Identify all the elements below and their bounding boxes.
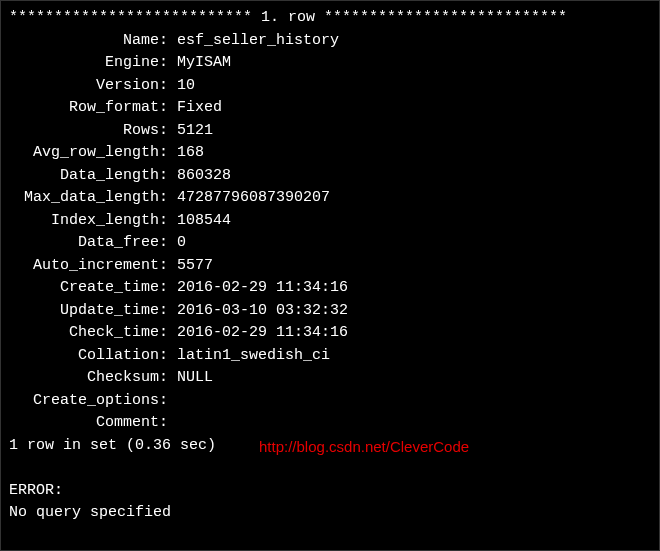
- field-row: Row_format: Fixed: [9, 97, 651, 120]
- field-value: 860328: [177, 167, 231, 184]
- field-value: esf_seller_history: [177, 32, 339, 49]
- field-separator: :: [159, 122, 177, 139]
- field-row: Version: 10: [9, 75, 651, 98]
- field-value: latin1_swedish_ci: [177, 347, 330, 364]
- field-row: Name: esf_seller_history: [9, 30, 651, 53]
- field-row: Avg_row_length: 168: [9, 142, 651, 165]
- field-separator: :: [159, 302, 177, 319]
- error-message: No query specified: [9, 502, 651, 525]
- field-separator: :: [159, 167, 177, 184]
- field-list: Name: esf_seller_historyEngine: MyISAMVe…: [9, 30, 651, 435]
- field-value: 2016-03-10 03:32:32: [177, 302, 348, 319]
- field-row: Checksum: NULL: [9, 367, 651, 390]
- field-value: NULL: [177, 369, 213, 386]
- field-row: Update_time: 2016-03-10 03:32:32: [9, 300, 651, 323]
- field-separator: :: [159, 347, 177, 364]
- field-label: Row_format: [9, 97, 159, 120]
- field-row: Comment:: [9, 412, 651, 435]
- field-label: Update_time: [9, 300, 159, 323]
- field-value: 5577: [177, 257, 213, 274]
- field-row: Create_options:: [9, 390, 651, 413]
- field-separator: :: [159, 32, 177, 49]
- field-row: Auto_increment: 5577: [9, 255, 651, 278]
- error-label: ERROR:: [9, 480, 651, 503]
- field-separator: :: [159, 369, 177, 386]
- field-label: Data_free: [9, 232, 159, 255]
- field-value: Fixed: [177, 99, 222, 116]
- watermark: http://blog.csdn.net/CleverCode: [259, 436, 469, 459]
- field-label: Avg_row_length: [9, 142, 159, 165]
- field-label: Max_data_length: [9, 187, 159, 210]
- field-separator: :: [159, 414, 177, 431]
- field-value: 10: [177, 77, 195, 94]
- field-row: Collation: latin1_swedish_ci: [9, 345, 651, 368]
- field-separator: :: [159, 54, 177, 71]
- field-label: Comment: [9, 412, 159, 435]
- field-row: Max_data_length: 47287796087390207: [9, 187, 651, 210]
- field-value: 5121: [177, 122, 213, 139]
- field-row: Index_length: 108544: [9, 210, 651, 233]
- field-separator: :: [159, 392, 177, 409]
- field-separator: :: [159, 144, 177, 161]
- field-value: 47287796087390207: [177, 189, 330, 206]
- field-separator: :: [159, 99, 177, 116]
- field-label: Data_length: [9, 165, 159, 188]
- field-label: Rows: [9, 120, 159, 143]
- field-row: Data_length: 860328: [9, 165, 651, 188]
- field-separator: :: [159, 212, 177, 229]
- field-separator: :: [159, 189, 177, 206]
- field-separator: :: [159, 257, 177, 274]
- field-value: 168: [177, 144, 204, 161]
- field-value: 108544: [177, 212, 231, 229]
- field-separator: :: [159, 77, 177, 94]
- field-row: Check_time: 2016-02-29 11:34:16: [9, 322, 651, 345]
- field-label: Name: [9, 30, 159, 53]
- field-separator: :: [159, 324, 177, 341]
- field-label: Create_options: [9, 390, 159, 413]
- field-value: 2016-02-29 11:34:16: [177, 279, 348, 296]
- field-label: Checksum: [9, 367, 159, 390]
- field-label: Version: [9, 75, 159, 98]
- row-header: *************************** 1. row *****…: [9, 7, 651, 30]
- field-label: Auto_increment: [9, 255, 159, 278]
- field-separator: :: [159, 279, 177, 296]
- field-row: Create_time: 2016-02-29 11:34:16: [9, 277, 651, 300]
- field-value: MyISAM: [177, 54, 231, 71]
- field-row: Data_free: 0: [9, 232, 651, 255]
- field-label: Engine: [9, 52, 159, 75]
- field-label: Create_time: [9, 277, 159, 300]
- field-value: 2016-02-29 11:34:16: [177, 324, 348, 341]
- field-label: Index_length: [9, 210, 159, 233]
- field-value: 0: [177, 234, 186, 251]
- field-row: Rows: 5121: [9, 120, 651, 143]
- field-separator: :: [159, 234, 177, 251]
- field-label: Collation: [9, 345, 159, 368]
- field-row: Engine: MyISAM: [9, 52, 651, 75]
- blank-line: [9, 457, 651, 480]
- field-label: Check_time: [9, 322, 159, 345]
